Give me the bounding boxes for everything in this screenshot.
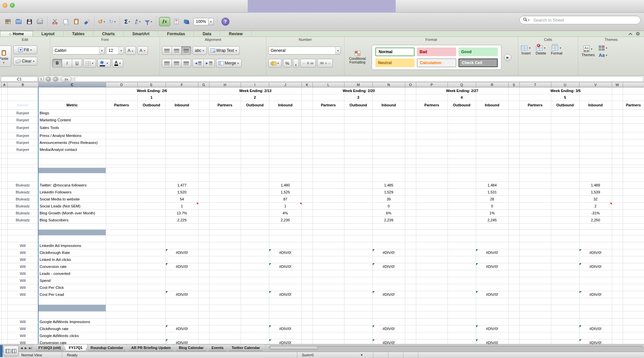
cell[interactable] — [269, 256, 302, 263]
cell[interactable] — [372, 132, 405, 139]
cell[interactable] — [372, 229, 405, 235]
cell[interactable] — [198, 284, 209, 291]
cell[interactable] — [551, 291, 579, 298]
cell[interactable] — [209, 325, 241, 332]
cell[interactable] — [508, 311, 519, 318]
format-cells-button[interactable]: ▼ Format — [551, 46, 563, 55]
cell[interactable] — [106, 168, 137, 173]
cell[interactable] — [166, 318, 198, 325]
cell[interactable] — [198, 291, 209, 298]
cell[interactable] — [269, 153, 302, 159]
cell[interactable] — [519, 277, 551, 284]
cell[interactable] — [623, 339, 644, 344]
cell[interactable] — [372, 318, 405, 325]
column-header-n[interactable]: N — [372, 82, 405, 87]
cell[interactable] — [519, 339, 551, 344]
cell[interactable] — [508, 339, 519, 344]
cell[interactable] — [302, 284, 313, 291]
cell[interactable] — [313, 277, 344, 284]
cell[interactable] — [313, 216, 344, 223]
cell[interactable] — [313, 242, 344, 249]
cell[interactable] — [623, 202, 644, 209]
cell[interactable] — [579, 298, 612, 304]
cell[interactable] — [551, 311, 579, 318]
cell[interactable] — [344, 223, 372, 229]
owner-header[interactable]: Owner — [7, 101, 38, 109]
cell[interactable] — [623, 181, 644, 188]
conditional-formatting-button[interactable]: Conditional Formatting — [346, 51, 369, 64]
cell[interactable] — [508, 181, 519, 188]
sub-header[interactable]: Partners — [519, 101, 551, 109]
cell[interactable] — [508, 209, 519, 216]
error-cell[interactable]: #DIV/0! — [166, 339, 198, 344]
cell[interactable] — [137, 109, 166, 116]
cell[interactable] — [612, 291, 623, 298]
cell[interactable] — [1, 311, 7, 318]
sheet-tab-twitter-calendar[interactable]: Twitter Calendar — [226, 344, 265, 351]
cell-style-check-cell[interactable]: Check Cell — [458, 59, 498, 67]
sort-icon[interactable]: AZ↓▼ — [133, 17, 143, 27]
cell[interactable] — [302, 188, 313, 195]
owner-cell[interactable]: Ranjeet — [7, 139, 38, 146]
cell[interactable] — [7, 168, 38, 173]
cell[interactable] — [269, 168, 302, 173]
owner-cell[interactable]: Ranjeet — [7, 123, 38, 132]
cell[interactable] — [405, 109, 416, 116]
cell[interactable] — [416, 168, 448, 173]
column-header-q[interactable]: Q — [448, 82, 476, 87]
view-switcher[interactable] — [3, 346, 19, 356]
search-input[interactable]: ▼ Search in Sheet — [519, 16, 641, 24]
cell[interactable] — [551, 242, 579, 249]
tab-layout[interactable]: Layout — [33, 31, 64, 37]
column-header-r[interactable]: R — [476, 82, 508, 87]
cell[interactable] — [344, 209, 372, 216]
cell[interactable] — [106, 116, 137, 123]
error-cell[interactable]: #DIV/0! — [372, 325, 405, 332]
cell[interactable] — [209, 195, 241, 202]
cell[interactable] — [623, 209, 644, 216]
value-cell[interactable]: 1,529 — [372, 188, 405, 195]
metric-cell[interactable]: Clickthrough rate — [38, 325, 106, 332]
cell[interactable] — [623, 291, 644, 298]
cell[interactable] — [612, 153, 623, 159]
cell[interactable] — [313, 94, 344, 101]
cell[interactable] — [313, 139, 344, 146]
cut-icon[interactable] — [50, 17, 60, 27]
cell[interactable] — [372, 153, 405, 159]
tab-smartart[interactable]: SmartArt — [124, 31, 158, 37]
collapse-ribbon-icon[interactable] — [628, 33, 632, 35]
reference-stepper[interactable]: ▲▼ — [39, 76, 44, 82]
cell[interactable] — [209, 311, 241, 318]
cell[interactable] — [519, 332, 551, 339]
cell-reference-box[interactable]: C1 — [1, 76, 38, 82]
cell[interactable] — [344, 277, 372, 284]
cell[interactable] — [405, 165, 416, 168]
cell[interactable] — [405, 181, 416, 188]
cell[interactable] — [416, 277, 448, 284]
cell[interactable] — [623, 223, 644, 229]
cell[interactable] — [137, 168, 166, 173]
cell[interactable] — [508, 229, 519, 235]
last-sheet-icon[interactable]: ▶| — [29, 346, 32, 350]
cell[interactable] — [269, 298, 302, 304]
cell[interactable] — [623, 318, 644, 325]
cell[interactable] — [198, 165, 209, 168]
column-header-w[interactable]: W — [612, 82, 623, 87]
cell[interactable] — [302, 304, 313, 311]
cell[interactable] — [551, 168, 579, 173]
week-title[interactable]: Week Ending: 2/6 — [106, 87, 198, 94]
cell[interactable] — [448, 132, 476, 139]
cell[interactable] — [198, 311, 209, 318]
cell[interactable] — [579, 277, 612, 284]
cell[interactable] — [241, 223, 269, 229]
cell[interactable] — [519, 223, 551, 229]
cell[interactable] — [302, 159, 313, 165]
cell[interactable] — [344, 139, 372, 146]
column-header-o[interactable]: O — [405, 82, 416, 87]
cell[interactable] — [372, 256, 405, 263]
cell[interactable] — [38, 311, 106, 318]
cell[interactable] — [302, 339, 313, 344]
cell[interactable] — [1, 223, 7, 229]
cell[interactable] — [476, 277, 508, 284]
week-number[interactable]: 1 — [137, 94, 166, 101]
